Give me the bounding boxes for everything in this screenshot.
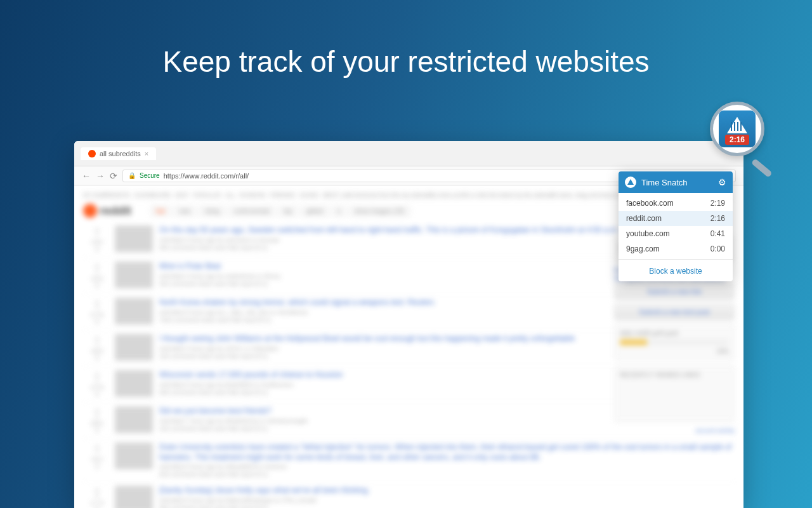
popup-footer: Block a website [619,259,733,281]
extension-popup: Time Snatch ⚙ facebook.com2:19reddit.com… [619,171,733,281]
upvote-icon[interactable]: ▲ [93,225,101,233]
site-name: 9gag.com [626,244,660,253]
downvote-icon[interactable]: ▼ [93,463,101,471]
extension-toolbar-icon[interactable]: 2:16 [719,110,756,147]
post-thumbnail[interactable] [115,370,153,397]
time-value: 2:16 [710,214,725,223]
post-title-link[interactable]: [Sanity Sunday] Jesse Kelly says what we… [159,486,732,496]
post-title-link[interactable]: Duke University scientists have created … [159,443,732,462]
gear-icon[interactable]: ⚙ [718,177,726,187]
upvote-icon[interactable]: ▲ [93,298,101,305]
magnifier-handle [751,158,773,178]
magnifier-callout: 2:16 [710,102,764,156]
upvote-icon[interactable]: ▲ [93,486,101,493]
reddit-wordmark: reddit [100,204,131,218]
rank: 3 [95,305,98,312]
post-meta: submitted 8 hours ago by foldersofthedan… [159,497,732,504]
time-value: 0:41 [710,229,725,238]
post-actions[interactable]: 630 comments share save hide report [l+c… [159,471,732,478]
downvote-icon[interactable]: ▼ [93,318,101,326]
rank: 1 [95,233,98,239]
reload-icon[interactable]: ⟳ [110,171,117,181]
sort-tab[interactable]: rising [199,206,225,217]
post-thumbnail[interactable] [115,225,153,252]
vote-column: ▲24342▼ [86,262,108,290]
sort-tab[interactable]: show images (19) [349,206,410,217]
hero-title: Keep track of your restricted websites [163,44,650,79]
upvote-icon[interactable]: ▲ [93,406,101,414]
downvote-icon[interactable]: ▼ [93,354,101,362]
time-badge: 2:16 [725,135,749,145]
reddit-alien-icon [83,204,97,218]
post-thumbnail[interactable] [115,486,153,508]
site-name: reddit.com [626,214,662,223]
post-thumbnail[interactable] [115,334,153,361]
post-thumbnail[interactable] [115,262,153,288]
gold-pct: 19% [620,348,729,355]
block-website-link[interactable]: Block a website [649,267,702,276]
timesnatch-logo-icon [625,177,636,188]
vote-column: ▲17097▼ [86,225,108,253]
site-name: facebook.com [626,199,674,208]
time-value: 2:19 [710,199,725,208]
vote-column: ▲331.5k▼ [86,298,108,326]
sort-tab[interactable]: new [173,206,196,217]
submit-link-button[interactable]: Submit a new link [614,283,735,300]
upvote-icon[interactable]: ▲ [93,262,101,269]
downvote-icon[interactable]: ▼ [93,427,101,434]
popup-title: Time Snatch [641,178,688,187]
submit-text-button[interactable]: Submit a new text post [614,304,735,320]
post-actions[interactable]: 869 comments share save hide report [l+c… [159,505,732,508]
browser-tab[interactable]: all subreddits × [81,147,156,160]
lock-icon: 🔒 [128,172,136,179]
post-thumbnail[interactable] [115,298,153,324]
rank: 2 [95,269,98,276]
reddit-logo[interactable]: reddit [83,204,131,218]
popup-header: Time Snatch ⚙ [619,171,733,193]
sort-tab[interactable]: top [278,206,298,217]
rank: 4 [95,342,98,348]
post-meta: submitted 8 hours ago by mikeadd633 to r… [159,464,732,470]
gold-progress [620,339,729,345]
account-activity-link[interactable]: account activity [614,427,735,434]
time-value: 0:00 [710,244,725,253]
site-time-row[interactable]: 9gag.com0:00 [619,241,733,257]
vote-column: ▲515.0k▼ [86,370,108,398]
sort-tab[interactable]: ♦ [332,206,346,217]
magnifier-lens: 2:16 [710,102,764,156]
upvote-icon[interactable]: ▲ [93,370,101,378]
upvote-icon[interactable]: ▲ [93,443,101,450]
rank: 8 [95,493,98,500]
site-time-row[interactable]: facebook.com2:19 [619,196,733,211]
browser-tab-bar: all subreddits × [74,141,743,166]
timesnatch-icon [727,117,747,133]
post-thumbnail[interactable] [115,406,153,433]
site-name: youtube.com [626,229,670,238]
vote-column: ▲44600▼ [86,334,108,362]
post-row: ▲811.1k▼[Sanity Sunday] Jesse Kelly says… [83,482,735,508]
sort-tab[interactable]: hot [150,206,171,217]
recent-title: RECENTLY VIEWED LINKS [620,371,729,378]
downvote-icon[interactable]: ▼ [93,282,101,290]
rank: 6 [95,414,98,420]
site-time-row[interactable]: reddit.com2:16 [619,211,733,226]
vote-column: ▲77507▼ [86,443,108,478]
sort-tabs: hotnewrisingcontroversialtopgilded♦show … [150,206,410,217]
close-tab-icon[interactable]: × [145,150,148,157]
gold-label: daily reddit gold goal [620,330,729,337]
sort-tab[interactable]: controversial [228,206,275,217]
site-time-list: facebook.com2:19reddit.com2:16youtube.co… [619,193,733,259]
rank: 7 [95,450,98,457]
downvote-icon[interactable]: ▼ [93,391,101,398]
sort-tab[interactable]: gilded [301,206,329,217]
rank: 5 [95,378,98,384]
tab-title: all subreddits [100,150,141,157]
upvote-icon[interactable]: ▲ [93,334,101,342]
back-icon[interactable]: ← [82,171,91,181]
post-thumbnail[interactable] [115,443,153,469]
forward-icon[interactable]: → [96,171,105,181]
secure-label: Secure [140,172,160,179]
site-time-row[interactable]: youtube.com0:41 [619,226,733,241]
downvote-icon[interactable]: ▼ [93,246,101,253]
vote-column: ▲68892▼ [86,406,108,434]
